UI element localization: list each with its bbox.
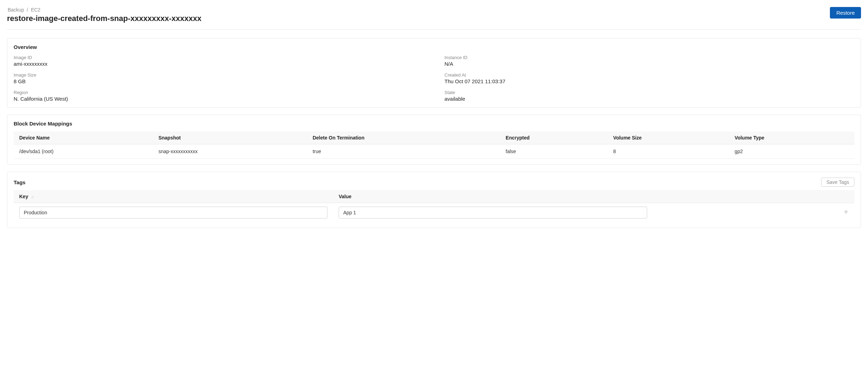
overview-created-at: Created At Thu Oct 07 2021 11:03:37: [444, 72, 854, 84]
image-id-label: Image ID: [14, 55, 424, 60]
cell-encrypted: false: [500, 144, 608, 159]
header-device-name[interactable]: Device Name: [14, 131, 153, 144]
overview-image-id: Image ID ami-xxxxxxxxx: [14, 55, 424, 67]
region-label: Region: [14, 90, 424, 95]
save-tags-button[interactable]: Save Tags: [821, 178, 854, 187]
created-at-value: Thu Oct 07 2021 11:03:37: [444, 78, 854, 84]
cell-device-name: /dev/sda1 (root): [14, 144, 153, 159]
region-value: N. California (US West): [14, 96, 424, 102]
instance-id-value: N/A: [444, 61, 854, 67]
breadcrumb-ec2[interactable]: EC2: [31, 7, 40, 13]
instance-id-label: Instance ID: [444, 55, 854, 60]
image-size-value: 8 GB: [14, 78, 424, 84]
image-size-label: Image Size: [14, 72, 424, 78]
cell-volume-type: gp2: [729, 144, 854, 159]
tags-header-key[interactable]: Key ↓↑: [14, 190, 333, 203]
block-device-table: Device Name Snapshot Delete On Terminati…: [14, 131, 854, 159]
tag-value-input[interactable]: [339, 207, 647, 219]
header-volume-type[interactable]: Volume Type: [729, 131, 854, 144]
breadcrumb-backup[interactable]: Backup: [8, 7, 24, 13]
header-left: Backup / EC2 restore-image-created-from-…: [7, 7, 201, 23]
table-row: /dev/sda1 (root) snap-xxxxxxxxxxx true f…: [14, 144, 854, 159]
block-device-title: Block Device Mappings: [14, 121, 854, 127]
overview-card: Overview Image ID ami-xxxxxxxxx Instance…: [7, 38, 861, 108]
header-volume-size[interactable]: Volume Size: [608, 131, 729, 144]
header-encrypted[interactable]: Encrypted: [500, 131, 608, 144]
overview-image-size: Image Size 8 GB: [14, 72, 424, 84]
image-id-value: ami-xxxxxxxxx: [14, 61, 424, 67]
page-title: restore-image-created-from-snap-xxxxxxxx…: [7, 14, 201, 23]
breadcrumb: Backup / EC2: [7, 7, 201, 13]
overview-title: Overview: [14, 44, 854, 50]
tags-header-value[interactable]: Value: [333, 190, 652, 203]
header-snapshot[interactable]: Snapshot: [153, 131, 307, 144]
breadcrumb-separator: /: [27, 7, 28, 13]
sort-icon: ↓↑: [31, 195, 34, 199]
restore-button[interactable]: Restore: [830, 7, 861, 19]
plus-icon[interactable]: [843, 209, 849, 216]
cell-volume-size: 8: [608, 144, 729, 159]
tags-header-key-label: Key: [19, 194, 28, 199]
cell-snapshot: snap-xxxxxxxxxxx: [153, 144, 307, 159]
cell-delete-on-termination: true: [307, 144, 500, 159]
overview-state: State available: [444, 90, 854, 102]
overview-instance-id: Instance ID N/A: [444, 55, 854, 67]
tags-row: [14, 203, 854, 222]
tags-card: Tags Save Tags Key ↓↑ Value: [7, 172, 861, 228]
created-at-label: Created At: [444, 72, 854, 78]
tags-table: Key ↓↑ Value: [14, 190, 854, 222]
tags-title: Tags: [14, 179, 26, 185]
state-label: State: [444, 90, 854, 95]
tag-key-input[interactable]: [19, 207, 327, 219]
state-value: available: [444, 96, 854, 102]
overview-region: Region N. California (US West): [14, 90, 424, 102]
block-device-card: Block Device Mappings Device Name Snapsh…: [7, 115, 861, 165]
header-delete-on-termination[interactable]: Delete On Termination: [307, 131, 500, 144]
